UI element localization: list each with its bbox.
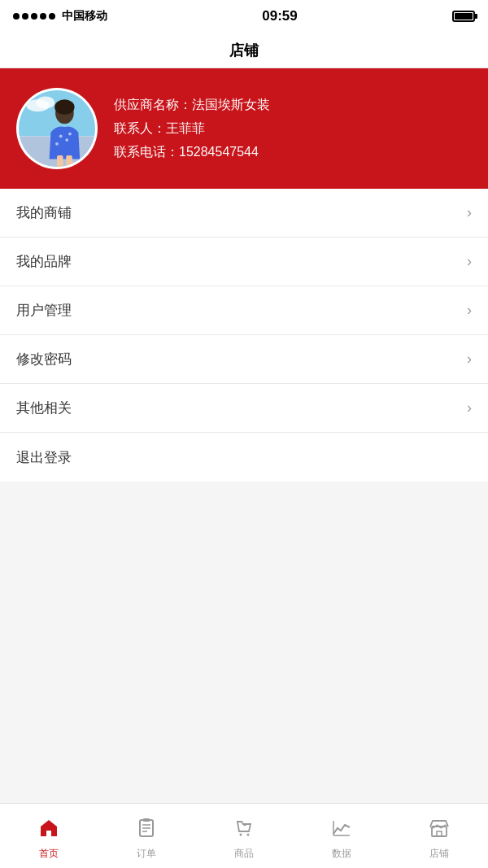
profile-info: 供应商名称：法国埃斯女装 联系人：王菲菲 联系电话：15284547544 [114, 97, 472, 161]
main-content: 供应商名称：法国埃斯女装 联系人：王菲菲 联系电话：15284547544 我的… [0, 68, 488, 803]
store-icon [429, 818, 450, 844]
menu-item-label: 退出登录 [16, 448, 72, 467]
tab-bar: 首页 订单 商品 [0, 803, 488, 868]
svg-point-17 [240, 834, 242, 836]
tab-data-label: 数据 [332, 847, 351, 861]
tab-product-label: 商品 [234, 847, 254, 861]
tab-store[interactable]: 店铺 [390, 811, 488, 861]
menu-item[interactable]: 我的商铺› [0, 189, 488, 238]
menu-item-label: 用户管理 [16, 301, 72, 320]
status-bar: 中国移动 09:59 [0, 0, 488, 33]
tab-product[interactable]: 商品 [195, 811, 293, 861]
tab-data[interactable]: 数据 [293, 811, 390, 861]
menu-item[interactable]: 其他相关› [0, 384, 488, 433]
svg-point-3 [37, 97, 55, 109]
chevron-right-icon: › [467, 204, 472, 221]
chevron-right-icon: › [467, 399, 472, 417]
carrier-label: 中国移动 [62, 9, 107, 24]
svg-rect-11 [66, 155, 72, 167]
menu-item-label: 其他相关 [16, 399, 72, 417]
product-icon [233, 818, 255, 844]
menu-item[interactable]: 修改密码› [0, 335, 488, 384]
menu-item-label: 我的商铺 [16, 203, 72, 222]
svg-point-5 [54, 99, 74, 115]
home-icon [38, 818, 59, 844]
svg-point-9 [68, 133, 72, 136]
chevron-right-icon: › [467, 302, 472, 319]
tab-store-label: 店铺 [429, 847, 449, 861]
menu-item-label: 我的品牌 [16, 252, 72, 271]
svg-point-8 [55, 142, 59, 146]
svg-point-7 [65, 138, 68, 142]
menu-item[interactable]: 用户管理› [0, 286, 488, 335]
contact-name: 联系人：王菲菲 [114, 120, 472, 137]
page-title: 店铺 [229, 41, 259, 60]
chevron-right-icon: › [467, 351, 472, 368]
avatar [16, 88, 98, 169]
menu-item-label: 修改密码 [16, 350, 72, 369]
menu-item[interactable]: 退出登录 [0, 433, 488, 482]
supplier-name: 供应商名称：法国埃斯女装 [114, 97, 472, 114]
chevron-right-icon: › [467, 253, 472, 270]
menu-item[interactable]: 我的品牌› [0, 238, 488, 286]
contact-phone: 联系电话：15284547544 [114, 144, 472, 161]
profile-banner: 供应商名称：法国埃斯女装 联系人：王菲菲 联系电话：15284547544 [0, 68, 488, 189]
status-left: 中国移动 [13, 9, 107, 24]
signal-dots [13, 13, 55, 20]
tab-home[interactable]: 首页 [0, 811, 98, 861]
tab-order[interactable]: 订单 [98, 811, 195, 861]
svg-rect-10 [57, 155, 63, 167]
battery-icon [452, 11, 475, 22]
order-icon [136, 818, 157, 844]
menu-list: 我的商铺›我的品牌›用户管理›修改密码›其他相关›退出登录 [0, 189, 488, 482]
status-right [452, 11, 475, 22]
tab-order-label: 订单 [137, 847, 156, 861]
tab-home-label: 首页 [39, 847, 59, 861]
svg-point-18 [247, 834, 250, 836]
svg-rect-16 [143, 818, 150, 822]
status-time: 09:59 [262, 8, 297, 24]
svg-point-6 [59, 135, 63, 138]
page-title-bar: 店铺 [0, 33, 488, 68]
data-icon [331, 818, 352, 844]
